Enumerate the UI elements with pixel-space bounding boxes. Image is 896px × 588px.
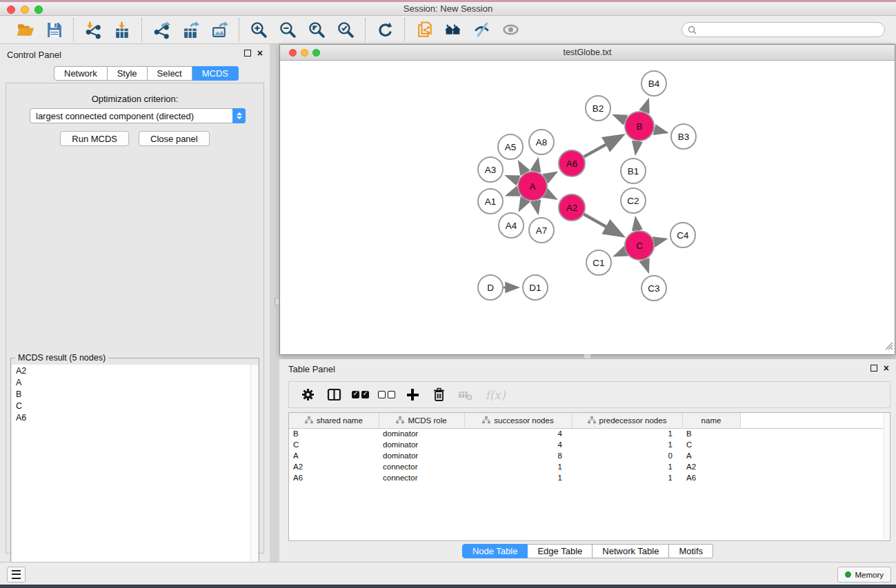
float-panel-icon[interactable] [244, 50, 251, 57]
edge-A-A1[interactable] [507, 191, 518, 195]
save-session-button[interactable] [41, 19, 66, 41]
close-table-panel-icon[interactable]: × [884, 365, 889, 372]
node-A3[interactable]: A3 [478, 157, 503, 182]
edge-A6-B[interactable] [584, 136, 622, 156]
show-panels-button[interactable] [499, 19, 524, 41]
hide-panels-button[interactable] [470, 19, 495, 41]
zoom-selected-button[interactable] [333, 19, 358, 41]
result-item[interactable]: A [12, 376, 250, 388]
edge-A-A2[interactable] [546, 194, 555, 199]
column-header-shared-name[interactable]: shared name [289, 413, 379, 428]
search-input[interactable] [699, 25, 879, 34]
node-B1[interactable]: B1 [621, 159, 646, 183]
cell[interactable]: 1 [572, 428, 682, 439]
cell[interactable]: C [682, 439, 740, 450]
edge-B-B2[interactable] [615, 115, 626, 120]
node-C2[interactable]: C2 [621, 188, 646, 213]
edge-A-A8[interactable] [535, 159, 537, 171]
cell[interactable]: A [289, 450, 379, 461]
close-window-button[interactable] [7, 6, 15, 14]
zoom-window-button[interactable] [34, 6, 43, 14]
node-A5[interactable]: A5 [498, 134, 523, 159]
edge-C-C2[interactable] [636, 219, 637, 230]
cell[interactable]: 1 [572, 461, 682, 472]
result-scrollbar[interactable] [250, 365, 258, 588]
column-header-name[interactable]: name [682, 413, 740, 428]
create-column-button[interactable] [401, 385, 424, 405]
zoom-fit-button[interactable] [304, 19, 329, 41]
mcds-result-list[interactable]: A2ABCA6 [12, 365, 250, 588]
cell[interactable]: 1 [464, 461, 572, 472]
node-A1[interactable]: A1 [478, 189, 503, 214]
criterion-dropdown[interactable]: largest connected component (directed) [30, 108, 246, 123]
search-field[interactable] [681, 22, 885, 37]
node-B4[interactable]: B4 [641, 71, 666, 96]
cell[interactable]: 1 [464, 472, 572, 483]
node-B[interactable]: B [625, 112, 654, 141]
cell[interactable]: A6 [682, 472, 740, 483]
node-D[interactable]: D [478, 275, 503, 300]
cell[interactable]: 4 [464, 428, 572, 439]
table-row[interactable]: A6connector11A6 [289, 472, 890, 483]
cell[interactable]: connector [379, 472, 464, 483]
import-network-button[interactable] [81, 19, 106, 41]
cell[interactable]: dominator [379, 439, 464, 450]
close-panel-button[interactable]: Close panel [139, 131, 210, 146]
table-row[interactable]: Cdominator41C [289, 439, 890, 450]
edge-C-C3[interactable] [644, 260, 648, 272]
tab-mcds[interactable]: MCDS [192, 66, 239, 81]
edge-A-A7[interactable] [535, 201, 537, 213]
network-close-button[interactable] [289, 49, 297, 57]
tab-node-table[interactable]: Node Table [462, 544, 528, 558]
result-item[interactable]: B [12, 388, 250, 400]
edge-A-A3[interactable] [507, 176, 518, 181]
tab-edge-table[interactable]: Edge Table [528, 544, 593, 558]
cell[interactable]: 1 [572, 472, 682, 483]
node-B2[interactable]: B2 [586, 96, 610, 121]
node-A2[interactable]: A2 [559, 194, 585, 221]
node-B3[interactable]: B3 [671, 124, 696, 149]
edge-A-A6[interactable] [546, 173, 556, 179]
cell[interactable]: A [682, 450, 740, 461]
column-header-MCDS-role[interactable]: MCDS role [379, 413, 464, 428]
node-A8[interactable]: A8 [529, 130, 554, 154]
network-window-titlebar[interactable]: testGlobe.txt [280, 45, 895, 61]
clone-network-button[interactable] [412, 19, 437, 41]
edge-C-C4[interactable] [654, 239, 665, 242]
show-all-columns-button[interactable] [348, 385, 372, 405]
run-mcds-button[interactable]: Run MCDS [60, 131, 129, 146]
table-row[interactable]: A2connector11A2 [289, 461, 890, 472]
hide-all-columns-button[interactable] [375, 385, 398, 405]
tab-motifs[interactable]: Motifs [669, 544, 713, 558]
network-canvas[interactable]: B4B2BB3A5A8A6A3AB1A1A2C2A4A7C4CC1DD1C3 [280, 61, 895, 354]
cell[interactable]: A2 [289, 461, 379, 472]
node-C4[interactable]: C4 [670, 223, 695, 247]
cell[interactable]: dominator [379, 428, 464, 439]
cell[interactable]: 8 [464, 450, 572, 461]
network-zoom-button[interactable] [312, 49, 320, 57]
zoom-in-button[interactable] [246, 19, 271, 41]
table-row[interactable]: Bdominator41B [289, 428, 890, 439]
network-minimize-button[interactable] [301, 49, 308, 57]
result-item[interactable]: A2 [12, 365, 250, 376]
node-C[interactable]: C [625, 231, 654, 260]
cell[interactable]: 0 [572, 450, 682, 461]
column-header-predecessor-nodes[interactable]: predecessor nodes [572, 413, 682, 428]
edge-A-A4[interactable] [519, 199, 525, 210]
edge-A-A5[interactable] [519, 163, 526, 173]
cell[interactable]: A2 [682, 461, 740, 472]
edge-A2-C[interactable] [584, 214, 621, 236]
node-D1[interactable]: D1 [523, 275, 548, 300]
cell[interactable]: 4 [464, 439, 572, 450]
result-item[interactable]: C [12, 400, 250, 412]
network-overview-button[interactable] [441, 19, 466, 41]
table-settings-button[interactable] [296, 385, 319, 405]
tab-network-table[interactable]: Network Table [593, 544, 669, 558]
cell[interactable]: A6 [289, 472, 379, 483]
cell[interactable]: C [289, 439, 379, 450]
vertical-splitter-handle[interactable] [275, 298, 279, 305]
result-item[interactable]: A6 [12, 412, 250, 423]
split-panel-button[interactable] [322, 385, 346, 405]
float-table-panel-icon[interactable] [870, 365, 877, 372]
cell[interactable]: B [289, 428, 379, 439]
